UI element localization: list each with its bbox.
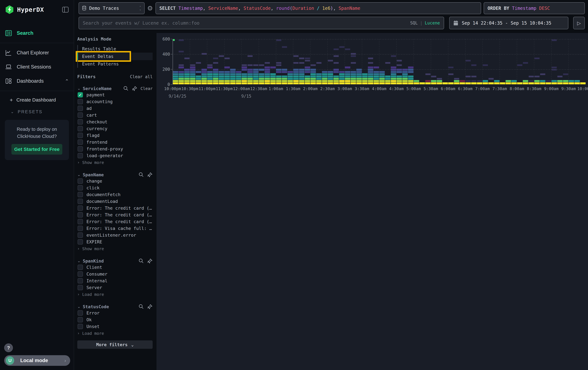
filter-group-title[interactable]: SpanKind <box>83 259 104 263</box>
checkbox[interactable] <box>78 219 83 224</box>
checkbox[interactable] <box>78 153 83 158</box>
checkbox[interactable] <box>78 265 83 270</box>
filter-option-accounting[interactable]: accounting <box>77 98 153 105</box>
gear-icon[interactable]: ⚙ <box>146 4 154 12</box>
checkbox[interactable] <box>78 192 83 197</box>
pin-icon[interactable] <box>147 258 153 264</box>
search-icon[interactable] <box>138 258 144 264</box>
chevron-down-icon[interactable]: ⌄ <box>77 86 81 91</box>
presets-toggle[interactable]: ⌄ PRESETS <box>0 106 74 117</box>
checkbox[interactable] <box>78 106 83 111</box>
collapse-sidebar-icon[interactable] <box>62 6 69 13</box>
run-query-button[interactable]: ▷ <box>573 17 585 29</box>
analysis-mode-item-results-table[interactable]: Results Table <box>77 45 153 53</box>
filter-option-flagd[interactable]: flagd <box>77 132 153 139</box>
checkbox[interactable] <box>78 112 83 118</box>
filter-option-documentfetch[interactable]: documentFetch <box>77 191 153 198</box>
sql-mode-button[interactable]: SQL <box>410 20 418 25</box>
filter-option-error-the-credit-card-[interactable]: Error: The credit card (… <box>77 218 153 225</box>
checkbox[interactable] <box>78 185 83 190</box>
nav-item-chart-explorer[interactable]: Chart Explorer <box>0 46 74 60</box>
checkbox[interactable] <box>78 178 83 184</box>
checkbox[interactable] <box>78 232 83 238</box>
chevron-up-icon[interactable]: ⌃ <box>65 78 69 84</box>
get-started-button[interactable]: Get Started for Free <box>11 144 62 155</box>
filter-option-expire[interactable]: EXPIRE <box>77 239 153 245</box>
source-select[interactable]: Demo Traces ⌃⌄ <box>79 2 145 14</box>
nav-item-dashboards[interactable]: Dashboards ⌃ <box>0 74 74 88</box>
create-dashboard-button[interactable]: + Create Dashboard <box>0 94 74 106</box>
clear-all-button[interactable]: Clear all <box>130 74 153 79</box>
filter-option-click[interactable]: click <box>77 185 153 191</box>
load-more-link[interactable]: ›Load more <box>77 330 153 336</box>
checkbox[interactable] <box>78 317 83 322</box>
filter-option-consumer[interactable]: Consumer <box>77 271 153 277</box>
checkbox[interactable] <box>78 212 83 218</box>
filter-option-frontend[interactable]: frontend <box>77 139 153 145</box>
more-filters-button[interactable]: More filters ⌄ <box>77 340 153 349</box>
nav-item-search[interactable]: Search <box>0 26 74 40</box>
filter-option-client[interactable]: Client <box>77 264 153 270</box>
filter-option-cart[interactable]: cart <box>77 112 153 118</box>
date-range-picker[interactable]: Sep 14 22:04:35 - Sep 15 10:04:35 <box>449 17 568 29</box>
filter-option-eventlistener-error[interactable]: eventListener.error <box>77 232 153 238</box>
checkbox[interactable] <box>78 99 83 104</box>
checkbox[interactable] <box>78 278 83 283</box>
checkbox[interactable] <box>78 205 83 211</box>
filter-group-title[interactable]: SpanName <box>83 172 104 177</box>
nav-item-client-sessions[interactable]: Client Sessions <box>0 60 74 74</box>
chevron-down-icon[interactable]: ⌄ <box>77 259 81 263</box>
analysis-mode-item-event-patterns[interactable]: Event Patterns <box>77 60 153 68</box>
filter-option-frontend-proxy[interactable]: frontend-proxy <box>77 146 153 152</box>
user-menu[interactable]: U Local mode › <box>4 355 70 366</box>
filter-option-unset[interactable]: Unset <box>77 323 153 330</box>
filter-option-change[interactable]: change <box>77 178 153 184</box>
checkbox[interactable] <box>78 146 83 151</box>
checkbox[interactable] <box>78 310 83 316</box>
event-deltas-heatmap[interactable] <box>173 39 586 84</box>
chevron-down-icon[interactable]: ⌄ <box>77 304 81 309</box>
checkbox[interactable] <box>78 324 83 329</box>
checkbox[interactable] <box>78 140 83 145</box>
load-more-link[interactable]: ›Load more <box>77 291 153 297</box>
filter-option-documentload[interactable]: documentLoad <box>77 198 153 205</box>
sql-query-input[interactable]: SELECT Timestamp, ServiceName, StatusCod… <box>156 2 481 14</box>
pin-icon[interactable] <box>147 304 153 309</box>
checkbox[interactable]: ✓ <box>78 92 83 98</box>
filter-option-error-the-credit-card-[interactable]: Error: The credit card (… <box>77 211 153 218</box>
filter-option-currency[interactable]: currency <box>77 125 153 132</box>
checkbox[interactable] <box>78 119 83 125</box>
filter-option-error[interactable]: Error <box>77 310 153 316</box>
help-button[interactable]: ? <box>4 343 13 352</box>
pin-icon[interactable] <box>147 172 153 178</box>
show-more-link[interactable]: ›Show more <box>77 246 153 252</box>
checkbox[interactable] <box>78 133 83 138</box>
order-by-input[interactable]: ORDER BY Timestamp DESC <box>484 2 585 14</box>
event-search-input[interactable]: Search your events w/ Lucene ex. column:… <box>79 17 444 29</box>
search-icon[interactable] <box>138 172 144 178</box>
checkbox[interactable] <box>78 271 83 277</box>
filter-group-title[interactable]: StatusCode <box>83 304 109 309</box>
show-more-link[interactable]: ›Show more <box>77 160 153 165</box>
checkbox[interactable] <box>78 226 83 231</box>
checkbox[interactable] <box>78 126 83 131</box>
filter-option-checkout[interactable]: checkout <box>77 119 153 125</box>
filter-option-payment[interactable]: ✓payment <box>77 91 153 98</box>
search-icon[interactable] <box>123 86 129 91</box>
filter-option-error-the-credit-card-[interactable]: Error: The credit card (… <box>77 205 153 211</box>
filter-option-server[interactable]: Server <box>77 284 153 291</box>
lucene-mode-button[interactable]: Lucene <box>425 20 440 25</box>
clear-group-button[interactable]: Clear <box>141 86 153 91</box>
checkbox[interactable] <box>78 285 83 290</box>
filter-group-title[interactable]: ServiceName <box>83 86 112 91</box>
analysis-mode-item-event-deltas[interactable]: Event Deltas <box>77 53 153 60</box>
filter-option-ok[interactable]: Ok <box>77 316 153 323</box>
filter-option-internal[interactable]: Internal <box>77 278 153 284</box>
checkbox[interactable] <box>78 199 83 204</box>
filter-option-ad[interactable]: ad <box>77 105 153 112</box>
filter-option-load-generator[interactable]: load-generator <box>77 152 153 159</box>
pin-icon[interactable] <box>132 86 137 91</box>
search-icon[interactable] <box>138 304 144 309</box>
checkbox[interactable] <box>78 239 83 245</box>
filter-option-error-visa-cache-full-[interactable]: Error: Visa cache full: … <box>77 225 153 232</box>
